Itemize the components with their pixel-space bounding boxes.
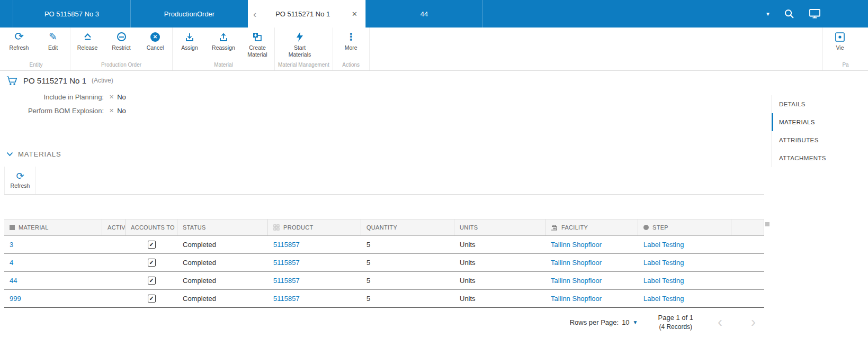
facility-link[interactable]: Tallinn Shopfloor [545, 259, 638, 267]
material-link[interactable]: 3 [4, 241, 102, 249]
button-label: Create Material [240, 44, 274, 58]
table-row: 999 ✓ Completed 5115857 5 Units Tallinn … [4, 290, 764, 308]
edit-button[interactable]: ✎ Edit [36, 30, 70, 60]
materials-refresh-button[interactable]: ⟳ Refresh [4, 167, 36, 194]
product-link[interactable]: 5115857 [268, 259, 361, 267]
more-button[interactable]: ⋮ More [333, 30, 369, 60]
quantity-cell: 5 [361, 277, 454, 285]
records-label: (4 Records) [658, 323, 694, 332]
top-bar: PO 5115857 No 3 ProductionOrder ‹ PO 511… [0, 0, 868, 28]
next-page-icon[interactable]: › [747, 315, 760, 329]
checkbox-checked-icon[interactable]: ✓ [148, 277, 156, 285]
button-label: Refresh [10, 44, 29, 51]
sidebar-item-details[interactable]: DETAILS [772, 95, 868, 113]
product-link[interactable]: 5115857 [268, 277, 361, 285]
product-link[interactable]: 5115857 [268, 241, 361, 249]
column-label: FACILITY [561, 224, 588, 231]
page-label: Page 1 of 1 [658, 313, 694, 323]
entity-header: PO 5115271 No 1 (Active) [0, 71, 868, 88]
tab-po-5115271-active[interactable]: ‹ PO 5115271 No 1 ✕ [248, 0, 365, 28]
material-link[interactable]: 4 [4, 259, 102, 267]
step-link[interactable]: Label Testing [638, 295, 731, 303]
column-header-status[interactable]: STATUS [177, 219, 268, 235]
button-label: Vie [836, 44, 844, 51]
sidebar-item-materials[interactable]: MATERIALS [772, 113, 868, 131]
monitor-icon[interactable] [809, 9, 820, 19]
create-material-button[interactable]: Create Material [240, 30, 274, 60]
kebab-menu-icon: ⋮ [346, 30, 356, 43]
table-options-icon[interactable] [765, 222, 769, 226]
lightning-icon [295, 30, 305, 43]
restrict-button[interactable]: Restrict [104, 30, 138, 60]
step-link[interactable]: Label Testing [638, 259, 731, 267]
column-header-step[interactable]: STEP [638, 219, 731, 235]
column-header-material[interactable]: MATERIAL [4, 219, 102, 235]
close-tab-icon[interactable]: ✕ [349, 9, 360, 19]
chevron-down-icon [6, 152, 13, 157]
column-header-accounts-to[interactable]: ACCOUNTS TO [126, 219, 177, 235]
accounts-to-cell: ✓ [126, 241, 177, 249]
search-icon[interactable] [784, 9, 794, 19]
tab-label: PO 5115857 No 3 [44, 10, 99, 18]
facility-link[interactable]: Tallinn Shopfloor [545, 277, 638, 285]
column-header-quantity[interactable]: QUANTITY [361, 219, 454, 235]
toolbar-group-page-partial: Vie Pa [822, 28, 868, 70]
main-toolbar: ⟳ Refresh ✎ Edit Entity Release Restrict [0, 28, 868, 71]
checkbox-checked-icon[interactable]: ✓ [148, 295, 156, 303]
view-button-partial[interactable]: Vie [823, 30, 857, 60]
column-header-facility[interactable]: FACILITY [545, 219, 638, 235]
toolbar-group-material-management: Start Materials Material Management [275, 28, 333, 70]
assign-icon [184, 30, 195, 43]
column-label: UNITS [460, 224, 478, 231]
start-materials-button[interactable]: Start Materials [275, 30, 325, 60]
reassign-button[interactable]: Reassign [207, 30, 240, 60]
step-link[interactable]: Label Testing [638, 241, 731, 249]
materials-section-title: MATERIALS [18, 150, 61, 158]
step-link[interactable]: Label Testing [638, 277, 731, 285]
tab-label: 44 [420, 10, 428, 18]
toolbar-spacer [370, 28, 822, 70]
detail-fields: Include in Planning: ✕ No Perform BOM Ex… [0, 90, 868, 117]
view-icon [835, 30, 845, 43]
column-header-product[interactable]: PRODUCT [268, 219, 361, 235]
cancel-icon: ✕ [150, 30, 160, 43]
sidebar-item-attributes[interactable]: ATTRIBUTES [772, 131, 868, 149]
field-value: No [117, 107, 126, 115]
material-link[interactable]: 44 [4, 277, 102, 285]
cancel-button[interactable]: ✕ Cancel [138, 30, 172, 60]
column-header-active[interactable]: ACTIVE [102, 219, 126, 235]
toolbar-group-actions: ⋮ More Actions [333, 28, 370, 70]
toolbar-group-label: Material Management [275, 60, 333, 70]
toolbar-group-production-order: Release Restrict ✕ Cancel Production Ord… [70, 28, 173, 70]
checkbox-checked-icon[interactable]: ✓ [148, 241, 156, 249]
materials-section-header[interactable]: MATERIALS [6, 150, 868, 158]
tab-production-order[interactable]: ProductionOrder [130, 0, 248, 28]
units-cell: Units [454, 259, 545, 267]
column-label: ACTIVE [108, 224, 126, 231]
material-link[interactable]: 999 [4, 295, 102, 303]
toolbar-group-material: Assign Reassign Create Material Material [173, 28, 275, 70]
status-cell: Completed [177, 295, 268, 303]
sidebar-item-attachments[interactable]: ATTACHMENTS [772, 149, 868, 167]
tab-44[interactable]: 44 [365, 0, 483, 28]
facility-link[interactable]: Tallinn Shopfloor [545, 295, 638, 303]
button-label: Release [77, 44, 98, 51]
column-header-units[interactable]: UNITS [454, 219, 545, 235]
quantity-cell: 5 [361, 259, 454, 267]
facility-icon [551, 224, 558, 231]
tab-po-5115857[interactable]: PO 5115857 No 3 [13, 0, 130, 28]
checkbox-checked-icon[interactable]: ✓ [148, 259, 156, 267]
previous-page-icon[interactable]: ‹ [713, 315, 727, 329]
product-link[interactable]: 5115857 [268, 295, 361, 303]
reassign-icon [218, 30, 229, 43]
assign-button[interactable]: Assign [173, 30, 207, 60]
rows-per-page-dropdown[interactable]: Rows per Page:10 ▼ [570, 318, 638, 326]
chevron-down-icon: ▼ [633, 319, 638, 325]
refresh-button[interactable]: ⟳ Refresh [2, 30, 36, 60]
facility-link[interactable]: Tallinn Shopfloor [545, 241, 638, 249]
refresh-icon: ⟳ [16, 171, 24, 181]
release-button[interactable]: Release [70, 30, 104, 60]
tab-overflow-chevron-icon[interactable]: ▾ [766, 10, 769, 17]
table-header-row: MATERIAL ACTIVE ACCOUNTS TO STATUS PRODU… [4, 219, 764, 236]
status-badge: (Active) [92, 77, 113, 84]
